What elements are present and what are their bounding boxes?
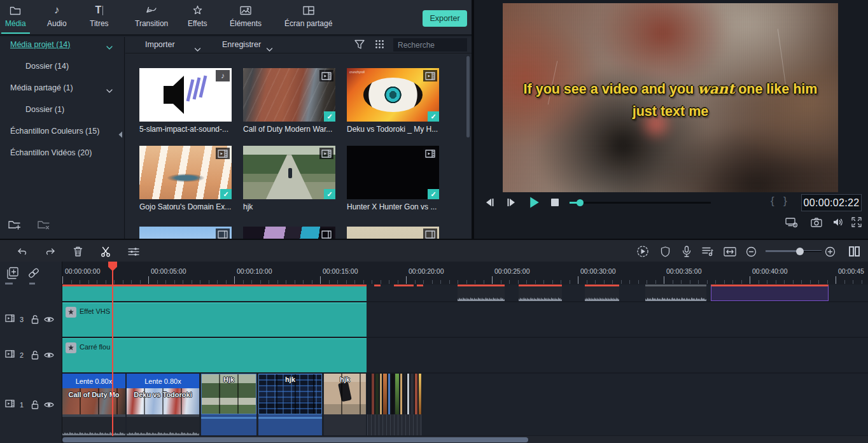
tab-audio[interactable]: ♪ Audio — [47, 4, 67, 28]
media-card[interactable] — [347, 227, 440, 239]
chevron-down-icon[interactable] — [194, 43, 201, 55]
media-card[interactable]: ✓ hjk — [243, 146, 336, 211]
fit-timeline-icon[interactable] — [723, 244, 737, 258]
search-input[interactable] — [393, 41, 472, 50]
adjust-sliders-icon[interactable] — [127, 244, 141, 258]
eye-icon[interactable] — [44, 351, 54, 359]
media-card[interactable]: ✓ Hunter X Hunter Gon vs ... — [347, 146, 440, 211]
link-icon[interactable] — [28, 267, 39, 279]
video-clip-hjk-2[interactable]: hjk — [258, 374, 322, 435]
render-preview-icon[interactable] — [636, 244, 650, 258]
zoom-in-icon[interactable] — [823, 244, 837, 258]
delete-icon[interactable] — [71, 244, 85, 258]
sliver-clips-group[interactable] — [367, 374, 422, 414]
media-card[interactable] — [243, 227, 336, 239]
lock-icon[interactable] — [31, 315, 39, 324]
video-viewport[interactable]: If you see a video and you want one like… — [503, 3, 838, 192]
lock-icon[interactable] — [31, 351, 39, 360]
media-scrollbar[interactable] — [466, 56, 470, 137]
sidebar-item-project-media[interactable]: Média projet (14) — [0, 39, 124, 50]
selected-check-icon: ✓ — [324, 111, 335, 122]
next-frame-button[interactable] — [505, 195, 519, 209]
media-card[interactable]: ♪ 5-slam-impact-at-sound-... — [139, 68, 232, 134]
display-settings-icon[interactable] — [785, 215, 799, 229]
effect-clip-blur[interactable]: Carré flou — [62, 338, 367, 372]
seek-handle[interactable] — [577, 199, 584, 206]
tab-transition[interactable]: Transition — [135, 4, 168, 28]
delete-folder-icon[interactable] — [37, 219, 51, 233]
audio-badge-icon: ♪ — [216, 70, 230, 81]
previous-frame-button[interactable] — [482, 195, 496, 209]
grid-view-icon[interactable] — [375, 39, 384, 52]
marker-shield-icon[interactable] — [658, 244, 672, 258]
lock-icon[interactable] — [31, 400, 39, 409]
sidebar-item-folder-1[interactable]: Dossier (1) — [0, 104, 124, 115]
chevron-down-icon — [106, 43, 113, 53]
audio-mixer-icon[interactable] — [701, 244, 715, 258]
ruler-label: 00:00:05:00 — [151, 267, 186, 275]
volume-icon[interactable] — [831, 215, 845, 229]
sidebar-item-shared-media[interactable]: Média partagé (1) — [0, 83, 124, 94]
microphone-icon[interactable] — [680, 244, 694, 258]
add-track-icon[interactable] — [6, 267, 19, 279]
undo-icon[interactable] — [15, 244, 29, 258]
seek-slider[interactable] — [570, 202, 711, 204]
fullscreen-icon[interactable] — [850, 215, 864, 229]
timeline-clip-purple[interactable] — [711, 285, 829, 301]
clip-name-overlay: hjk — [258, 376, 322, 383]
snapshot-camera-icon[interactable] — [809, 215, 823, 229]
zoom-out-icon[interactable] — [744, 244, 758, 258]
chevron-down-icon[interactable] — [266, 43, 273, 55]
record-button[interactable]: Enregistrer — [222, 40, 261, 49]
eye-icon[interactable] — [44, 316, 54, 323]
timeline-clip-teal[interactable] — [62, 285, 367, 301]
tab-elements[interactable]: Éléments — [230, 4, 262, 28]
media-card[interactable]: ✓ Call of Duty Modern War... — [243, 68, 336, 134]
play-button[interactable] — [528, 195, 542, 209]
tab-media[interactable]: Média — [5, 4, 26, 28]
timeline-zoom-slider[interactable] — [766, 250, 822, 252]
media-card[interactable] — [139, 227, 232, 239]
track-header-1: 1 — [0, 374, 62, 435]
sidebar-item-sample-videos[interactable]: Échantillon Vidéos (20) — [0, 148, 124, 158]
effect-clip-vhs[interactable]: Effet VHS — [62, 302, 367, 337]
export-button[interactable]: Exporter — [423, 10, 467, 27]
video-track-icon — [5, 314, 15, 325]
search-box — [393, 38, 467, 52]
redo-icon[interactable] — [43, 244, 57, 258]
collapse-panel-arrow[interactable] — [118, 130, 125, 139]
mark-in-brace[interactable]: { — [771, 195, 774, 207]
audio-clip[interactable] — [645, 285, 706, 301]
media-card[interactable]: ✓ Gojo Satoru's Domain Ex... — [139, 146, 232, 211]
timeline-scrollbar — [0, 436, 868, 443]
filter-icon[interactable] — [354, 39, 365, 52]
eye-icon[interactable] — [44, 401, 54, 409]
timeline-ruler[interactable]: 00:00:00:00 00:00:05:00 00:00:10:00 00:0… — [62, 262, 868, 285]
panel-layout-icon[interactable] — [847, 244, 861, 258]
track-header-2: 2 — [0, 338, 62, 372]
media-card[interactable]: crunchyroll ✓ Deku vs Todoroki _ My H... — [347, 68, 440, 134]
video-clip-deku[interactable]: Lente 0.80x Deku vs Todoroki — [127, 374, 199, 435]
add-folder-icon[interactable] — [8, 219, 22, 233]
sidebar-item-folder-14[interactable]: Dossier (14) — [0, 61, 124, 72]
audio-clip[interactable] — [585, 285, 619, 301]
zoom-handle[interactable] — [796, 248, 804, 255]
media-name: hjk — [243, 202, 336, 211]
track-header-3: 3 — [0, 302, 62, 337]
video-clip-cod[interactable]: Lente 0.80x Call of Duty Mo — [62, 374, 125, 435]
split-scissors-icon[interactable] — [99, 244, 113, 258]
import-button[interactable]: Importer — [145, 40, 175, 49]
sidebar-item-sample-colors[interactable]: Échantillon Couleurs (15) — [0, 126, 124, 137]
video-clip-hjk-1[interactable]: Hjk — [201, 374, 256, 435]
tab-effects[interactable]: Effets — [188, 4, 207, 28]
star-icon — [192, 4, 203, 17]
tab-split-screen[interactable]: Écran partagé — [284, 4, 332, 28]
video-badge-icon — [423, 229, 437, 239]
tab-titles[interactable]: T Titres — [90, 4, 109, 28]
timeline-scrollbar-thumb[interactable] — [62, 437, 528, 442]
video-clip-hjk-3[interactable]: hjk — [324, 374, 366, 435]
stop-button[interactable] — [548, 195, 562, 209]
mark-out-brace[interactable]: } — [783, 195, 787, 207]
audio-clip[interactable] — [519, 285, 562, 301]
audio-clip[interactable] — [458, 285, 505, 301]
